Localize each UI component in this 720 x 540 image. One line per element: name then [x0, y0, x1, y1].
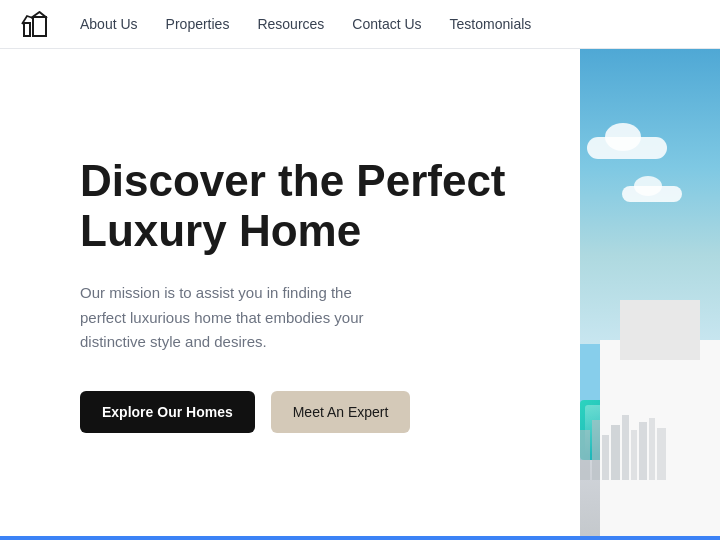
- svg-rect-6: [622, 415, 629, 480]
- svg-rect-7: [631, 430, 637, 480]
- meet-expert-button[interactable]: Meet An Expert: [271, 391, 411, 433]
- nav-item-contact[interactable]: Contact Us: [352, 15, 421, 33]
- nav-link-resources[interactable]: Resources: [257, 16, 324, 32]
- nav-link-contact[interactable]: Contact Us: [352, 16, 421, 32]
- svg-rect-10: [657, 428, 666, 480]
- svg-rect-1: [33, 17, 46, 36]
- nav-item-testimonials[interactable]: Testomonials: [450, 15, 532, 33]
- hero-subtitle: Our mission is to assist you in finding …: [80, 281, 390, 355]
- cloud-2: [622, 186, 682, 202]
- nav-item-resources[interactable]: Resources: [257, 15, 324, 33]
- svg-rect-0: [24, 23, 30, 36]
- nav-item-about[interactable]: About Us: [80, 15, 138, 33]
- bottom-accent-bar: [0, 536, 720, 540]
- cloud-1: [587, 137, 667, 159]
- logo-icon: [20, 9, 50, 39]
- nav-link-properties[interactable]: Properties: [166, 16, 230, 32]
- navbar: About Us Properties Resources Contact Us…: [0, 0, 720, 49]
- hero-image: [580, 49, 720, 540]
- nav-links: About Us Properties Resources Contact Us…: [80, 15, 531, 33]
- hero-buttons: Explore Our Homes Meet An Expert: [80, 391, 520, 433]
- nav-item-properties[interactable]: Properties: [166, 15, 230, 33]
- svg-rect-9: [649, 418, 655, 480]
- svg-rect-2: [580, 430, 590, 480]
- nav-link-testimonials[interactable]: Testomonials: [450, 16, 532, 32]
- explore-homes-button[interactable]: Explore Our Homes: [80, 391, 255, 433]
- cityscape: [580, 400, 720, 480]
- building-upper: [620, 300, 700, 360]
- nav-link-about[interactable]: About Us: [80, 16, 138, 32]
- hero-content: Discover the Perfect Luxury Home Our mis…: [0, 49, 580, 540]
- svg-rect-4: [602, 435, 609, 480]
- hero-title: Discover the Perfect Luxury Home: [80, 156, 520, 257]
- hero-section: Discover the Perfect Luxury Home Our mis…: [0, 49, 720, 540]
- svg-rect-8: [639, 422, 647, 480]
- svg-rect-5: [611, 425, 620, 480]
- svg-rect-3: [592, 420, 600, 480]
- logo[interactable]: [20, 9, 50, 39]
